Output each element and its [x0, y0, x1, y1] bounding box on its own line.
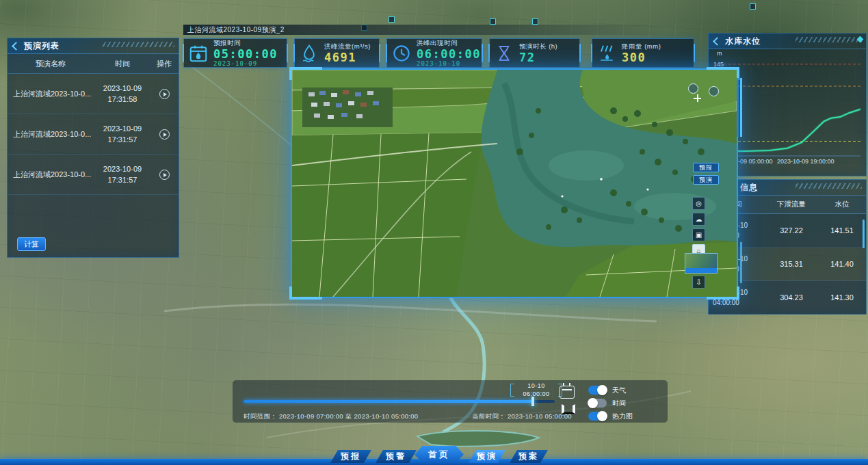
- row-flow: 315.31: [761, 260, 822, 268]
- play-circle-icon[interactable]: [159, 170, 170, 180]
- row-level: 141.40: [822, 260, 862, 268]
- scrollbar[interactable]: [863, 220, 865, 248]
- droplet-icon: [299, 43, 319, 64]
- stat-value: 05:00:00: [213, 48, 278, 61]
- toggle-label: 热力图: [612, 412, 633, 421]
- tab-home[interactable]: 首页: [415, 446, 464, 463]
- calculate-button[interactable]: 计算: [17, 237, 46, 251]
- column-discharge-flow: 下泄流量: [761, 200, 822, 209]
- flood-3d-viewer: 预报 预演 ◎☁▣⌂▦⇩: [291, 68, 738, 298]
- rehearsal-name: 上治河流域2023-10-0...: [8, 129, 94, 140]
- calendar-picker-icon[interactable]: [560, 386, 575, 399]
- play-circle-icon[interactable]: [159, 129, 170, 140]
- stat-value: 4691: [324, 51, 371, 64]
- rehearsal-list-header: 预演列表: [8, 38, 179, 54]
- hourglass-icon: [494, 43, 514, 64]
- map-marker[interactable]: [750, 3, 756, 10]
- play-circle-icon[interactable]: [159, 89, 170, 99]
- stat-card-peak-flow: 洪峰流量(m³/s) 4691: [294, 38, 380, 68]
- water-level-header: 水库水位: [709, 34, 866, 49]
- timeline-tooltip: 10-10 06:00:00: [512, 382, 561, 398]
- compass-icon[interactable]: ◎: [692, 197, 705, 210]
- stat-value: 06:00:00: [417, 48, 481, 61]
- column-water-level: 水位: [822, 200, 862, 209]
- stat-card-rainfall: 降雨量 (mm) 300: [592, 38, 694, 68]
- cloud-icon[interactable]: ☁: [692, 213, 705, 226]
- pause-button[interactable]: [562, 404, 575, 414]
- rehearsal-name: 上治河流域2023-10-0...: [8, 89, 94, 99]
- time-range-label: 时间范围： 2023-10-09 07:00:00 至 2023-10-10 0…: [244, 412, 418, 421]
- flood-3d-view[interactable]: [292, 70, 737, 297]
- x-tick-end: 2023-10-09 19:00:00: [777, 158, 834, 165]
- stat-label: 降雨量 (mm): [622, 42, 661, 51]
- rehearsal-time: 2023-10-09 17:31:57: [94, 123, 151, 146]
- timeline-slider[interactable]: [244, 400, 555, 403]
- rehearsal-time: 2023-10-09 17:31:58: [94, 83, 151, 105]
- panel-title: 信息: [740, 182, 758, 194]
- rain-icon: [596, 43, 617, 64]
- layer-toggles: 天气 时间 热力图: [588, 384, 633, 423]
- panel-title: 预演列表: [24, 40, 60, 52]
- globe-icon[interactable]: [688, 83, 698, 94]
- rehearsal-list-panel: 预演列表 预演名称 时间 操作 上治河流域2023-10-0... 2023-1…: [7, 38, 179, 258]
- stat-value: 300: [622, 51, 661, 64]
- map-marker[interactable]: [532, 18, 538, 25]
- panel-title: 水库水位: [725, 36, 761, 47]
- table-row[interactable]: 上治河流域2023-10-0... 2023-10-09 17:31:57: [8, 114, 179, 155]
- header-bracket-icon: [12, 42, 21, 51]
- table-row[interactable]: 上治河流域2023-10-0... 2023-10-09 17:31:58: [8, 74, 179, 114]
- column-time: 时间: [94, 59, 151, 69]
- table-row[interactable]: 上治河流域2023-10-0... 2023-10-09 17:31:57: [8, 155, 179, 195]
- stat-label: 预报时间: [213, 39, 278, 48]
- stat-card-duration: 预演时长 (h) 72: [489, 38, 580, 68]
- toggle-label: 天气: [612, 386, 626, 395]
- stat-sub: 2023-10-09: [213, 60, 278, 67]
- row-level: 141.30: [822, 293, 862, 302]
- column-name: 预演名称: [8, 59, 94, 69]
- zoom-in-icon[interactable]: [694, 94, 701, 102]
- rehearsal-name: 上治河流域2023-10-0...: [8, 170, 94, 180]
- timeline-progress: [244, 400, 533, 403]
- compass-rose-icon[interactable]: [709, 86, 719, 96]
- scenario-title-strip: 上治河流域2023-10-09预演_2: [183, 25, 666, 35]
- heatmap-toggle[interactable]: [588, 412, 607, 421]
- calendar-icon: [188, 43, 209, 64]
- header-bracket-icon: [713, 37, 722, 46]
- download-icon[interactable]: ⇩: [692, 276, 705, 289]
- map-marker[interactable]: [389, 16, 395, 23]
- viewer-rehearsal-button[interactable]: 预演: [693, 175, 719, 185]
- row-flow: 327.22: [761, 226, 822, 235]
- scenario-title: 上治河流域2023-10-09预演_2: [187, 26, 285, 34]
- stat-label: 洪峰出现时间: [417, 39, 481, 48]
- weather-toggle[interactable]: [588, 386, 607, 395]
- rehearsal-table-header: 预演名称 时间 操作: [8, 54, 179, 74]
- stat-sub: 2023-10-10: [417, 60, 481, 67]
- clock-icon: [391, 43, 412, 64]
- tooltip-time: 06:00:00: [512, 390, 561, 399]
- camera-icon[interactable]: ▣: [692, 228, 705, 241]
- viewer-forecast-button[interactable]: 预报: [693, 163, 719, 172]
- map-marker[interactable]: [490, 18, 496, 25]
- column-action: 操作: [151, 59, 177, 69]
- minimap[interactable]: [685, 253, 718, 274]
- toggle-label: 时间: [612, 399, 626, 408]
- rehearsal-time: 2023-10-09 17:31:57: [94, 163, 151, 186]
- stat-card-peak-time: 洪峰出现时间 06:00:00 2023-10-10: [386, 38, 482, 68]
- stat-label: 洪峰流量(m³/s): [324, 42, 371, 51]
- row-level: 141.51: [822, 226, 862, 235]
- timeline-panel: 10-10 06:00:00 时间范围： 2023-10-09 07:00:00…: [233, 380, 668, 423]
- tooltip-date: 10-10: [512, 382, 561, 390]
- row-flow: 304.23: [761, 293, 822, 302]
- time-toggle[interactable]: [588, 399, 607, 408]
- current-time-label: 当前时间： 2023-10-10 05:00:00: [472, 412, 572, 421]
- stat-label: 预演时长 (h): [519, 42, 557, 51]
- stat-value: 72: [519, 51, 557, 64]
- stat-card-forecast-time: 预报时间 05:00:00 2023-10-09: [183, 38, 287, 68]
- viewer-toolbar: ◎☁▣⌂▦⇩: [692, 197, 705, 289]
